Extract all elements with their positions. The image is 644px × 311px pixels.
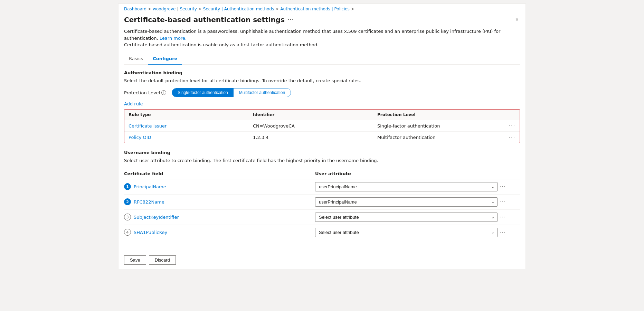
cert-field-name-4[interactable]: SHA1PublicKey	[134, 230, 167, 235]
cert-field-name-1[interactable]: PrincipalName	[134, 184, 166, 189]
protection-info-icon: i	[161, 90, 166, 95]
col-rule-type: Rule type	[129, 112, 253, 117]
user-attr-select-2[interactable]: userPrincipalName onPremisesUserPrincipa…	[315, 197, 498, 207]
panel-description: Certificate-based authentication is a pa…	[124, 28, 520, 48]
user-attr-2-container: userPrincipalName onPremisesUserPrincipa…	[315, 197, 506, 207]
binding-col-actions	[506, 171, 520, 176]
cert-field-name-2[interactable]: RFC822Name	[134, 199, 164, 205]
protection-level-row: Protection Level i Single-factor authent…	[124, 88, 520, 97]
user-attr-1-container: userPrincipalName onPremisesUserPrincipa…	[315, 182, 506, 191]
cert-field-2: 2 RFC822Name	[124, 198, 315, 205]
binding-row-3: 3 SubjectKeyIdentifier Select user attri…	[124, 210, 520, 225]
breadcrumb-security-auth[interactable]: Security | Authentication methods	[203, 7, 274, 11]
discard-button[interactable]: Discard	[149, 255, 176, 265]
binding-col-cert-field: Certificate field	[124, 171, 315, 176]
auth-binding-title: Authentication binding	[124, 70, 520, 75]
binding-row-2-ellipsis[interactable]: ···	[500, 199, 506, 205]
binding-row-2: 2 RFC822Name userPrincipalName onPremise…	[124, 195, 520, 210]
cert-field-name-3[interactable]: SubjectKeyIdentifier	[134, 215, 179, 220]
panel-title-text: Certificate-based authentication setting…	[124, 16, 285, 24]
row-1-ellipsis[interactable]: ···	[509, 123, 515, 129]
rules-table-header: Rule type Identifier Protection Level	[124, 110, 520, 120]
user-attr-2-wrapper: userPrincipalName onPremisesUserPrincipa…	[315, 197, 498, 207]
panel-title-group: Certificate-based authentication setting…	[124, 16, 294, 24]
username-binding-title: Username binding	[124, 150, 520, 155]
rules-table: Rule type Identifier Protection Level Ce…	[124, 109, 520, 143]
close-button[interactable]: ×	[514, 16, 520, 24]
identifier-2: 1.2.3.4	[253, 135, 377, 140]
protection-level-label: Protection Level i	[124, 90, 166, 95]
binding-row-1: 1 PrincipalName userPrincipalName onPrem…	[124, 179, 520, 195]
identifier-1: CN=WoodgroveCA	[253, 123, 377, 129]
description-text-2: Certificate based authentication is usab…	[124, 42, 319, 47]
panel-header: Certificate-based authentication setting…	[119, 13, 525, 24]
add-rule-link[interactable]: Add rule	[124, 101, 143, 106]
user-attr-select-4[interactable]: Select user attribute userPrincipalName …	[315, 228, 498, 237]
breadcrumb-security[interactable]: Security	[180, 7, 197, 11]
tab-bar: Basics Configure	[124, 53, 520, 65]
rule-type-1: Certificate issuer	[129, 123, 253, 129]
learn-more-link[interactable]: Learn more.	[160, 36, 187, 41]
cert-field-3: 3 SubjectKeyIdentifier	[124, 214, 315, 220]
table-row: Certificate issuer CN=WoodgroveCA Single…	[124, 120, 520, 132]
binding-row-4: 4 SHA1PublicKey Select user attribute us…	[124, 225, 520, 240]
user-attr-select-1[interactable]: userPrincipalName onPremisesUserPrincipa…	[315, 182, 498, 191]
binding-col-user-attr: User attribute	[315, 171, 506, 176]
panel-title-ellipsis[interactable]: ···	[287, 17, 294, 22]
rule-type-2: Policy OID	[129, 135, 253, 140]
username-binding-section: Username binding Select user attribute t…	[124, 150, 520, 240]
binding-table-header: Certificate field User attribute	[124, 168, 520, 179]
binding-row-3-ellipsis[interactable]: ···	[500, 214, 506, 220]
tab-basics[interactable]: Basics	[124, 53, 148, 65]
col-identifier: Identifier	[253, 112, 377, 117]
user-attr-3-wrapper: Select user attribute userPrincipalName …	[315, 213, 498, 222]
breadcrumb-sep-1: >	[148, 7, 151, 11]
protection-level-2: Multifactor authentication	[377, 135, 502, 140]
breadcrumb-dashboard[interactable]: Dashboard	[124, 7, 146, 11]
col-protection-level: Protection Level	[377, 112, 502, 117]
user-attr-4-container: Select user attribute userPrincipalName …	[315, 228, 506, 237]
breadcrumb-sep-2: |	[177, 7, 178, 11]
row-2-ellipsis[interactable]: ···	[509, 134, 515, 140]
authentication-binding-section: Authentication binding Select the defaul…	[124, 70, 520, 143]
binding-table: Certificate field User attribute 1 Princ…	[124, 168, 520, 240]
panel-body: Certificate-based authentication is a pa…	[119, 24, 525, 251]
user-attr-4-wrapper: Select user attribute userPrincipalName …	[315, 228, 498, 237]
panel-footer: Save Discard	[119, 251, 525, 269]
badge-4: 4	[124, 229, 131, 236]
cert-field-1: 1 PrincipalName	[124, 183, 315, 190]
user-attr-3-container: Select user attribute userPrincipalName …	[315, 213, 506, 222]
breadcrumb-sep-3: >	[198, 7, 202, 11]
page-wrapper: Dashboard > woodgrove | Security > Secur…	[0, 3, 644, 311]
breadcrumb-auth-policies[interactable]: Authentication methods | Policies	[280, 7, 350, 11]
toggle-multifactor[interactable]: Multifactor authentication	[234, 88, 291, 97]
badge-3: 3	[124, 214, 131, 220]
badge-2: 2	[124, 198, 131, 205]
main-panel: Dashboard > woodgrove | Security > Secur…	[118, 3, 526, 269]
breadcrumb-sep-4: >	[275, 7, 279, 11]
binding-row-4-ellipsis[interactable]: ···	[500, 229, 506, 235]
col-actions-header	[502, 112, 515, 117]
binding-row-1-ellipsis[interactable]: ···	[500, 184, 506, 189]
badge-1: 1	[124, 183, 131, 190]
breadcrumb-woodgrove[interactable]: woodgrove	[153, 7, 176, 11]
toggle-single-factor[interactable]: Single-factor authentication	[172, 88, 233, 97]
username-binding-desc: Select user attribute to create binding.…	[124, 157, 520, 164]
breadcrumb-sep-5: >	[351, 7, 354, 11]
table-row: Policy OID 1.2.3.4 Multifactor authentic…	[124, 132, 520, 143]
cert-field-4: 4 SHA1PublicKey	[124, 229, 315, 236]
user-attr-1-wrapper: userPrincipalName onPremisesUserPrincipa…	[315, 182, 498, 191]
protection-level-1: Single-factor authentication	[377, 123, 502, 129]
protection-toggle-group: Single-factor authentication Multifactor…	[172, 88, 291, 97]
auth-binding-desc: Select the default protection level for …	[124, 77, 520, 84]
user-attr-select-3[interactable]: Select user attribute userPrincipalName …	[315, 213, 498, 222]
breadcrumb: Dashboard > woodgrove | Security > Secur…	[119, 4, 525, 13]
tab-configure[interactable]: Configure	[148, 53, 182, 65]
save-button[interactable]: Save	[124, 255, 146, 265]
